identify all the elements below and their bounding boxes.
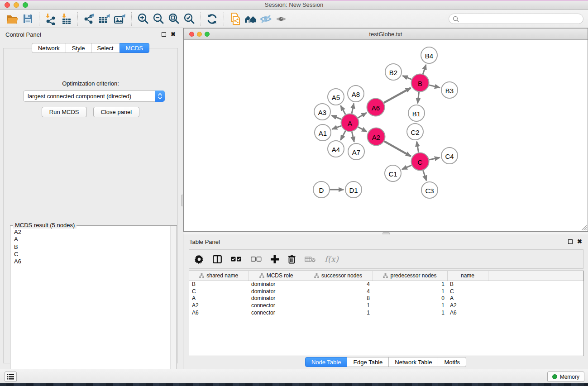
run-mcds-button[interactable]: Run MCDS xyxy=(42,107,87,117)
list-item[interactable]: A6 xyxy=(14,258,170,265)
session-titlebar: Session: New Session xyxy=(0,0,588,10)
graph-edge-B-B4[interactable] xyxy=(423,65,426,74)
graph-edge-A-A8[interactable] xyxy=(352,104,354,114)
table-row[interactable]: Adominator80A xyxy=(189,295,583,302)
zoom-selected-button[interactable] xyxy=(182,12,197,26)
control-panel: Control Panel ✖ Optimization criterion: … xyxy=(0,28,181,369)
select-all-button[interactable] xyxy=(231,253,242,265)
close-panel-icon[interactable]: ✖ xyxy=(171,32,176,37)
split-column-icon xyxy=(213,255,222,263)
show-all-button[interactable] xyxy=(274,12,289,26)
column-header-name[interactable]: name xyxy=(447,271,488,281)
table-row[interactable]: Cdominator41C xyxy=(189,288,583,295)
zoom-out-button[interactable] xyxy=(151,12,166,26)
duplicate-network-button[interactable] xyxy=(228,12,243,26)
export-image-button[interactable] xyxy=(112,12,128,26)
network-canvas[interactable]: AA1A2A3A4A5A6A7A8BB1B2B3B4CC1C2C3C4DD1 xyxy=(184,40,588,231)
split-column-button[interactable] xyxy=(213,253,222,265)
delete-column-button[interactable] xyxy=(288,253,296,265)
import-network-button[interactable] xyxy=(43,12,58,26)
result-scrollbar[interactable] xyxy=(170,226,176,382)
export-network-button[interactable] xyxy=(81,12,97,26)
table-cell: B xyxy=(189,281,249,288)
column-header-MCDS-role[interactable]: MCDS role xyxy=(249,271,304,281)
list-item[interactable]: C xyxy=(14,251,170,258)
graph-edge-B-B3[interactable] xyxy=(429,85,440,88)
graph-edge-A-A6[interactable] xyxy=(358,113,367,118)
table-cell: A6 xyxy=(447,309,488,316)
column-header-successor-nodes[interactable]: successor nodes xyxy=(304,271,373,281)
tab-mcds[interactable]: MCDS xyxy=(120,43,149,53)
tab-network-table[interactable]: Network Table xyxy=(388,357,438,367)
save-session-button[interactable] xyxy=(20,12,35,26)
task-history-button[interactable] xyxy=(5,372,17,382)
zoom-fit-button[interactable] xyxy=(166,12,182,26)
table-panel-tabs: Node TableEdge TableNetwork TableMotifs xyxy=(183,357,588,367)
graph-edge-A-A7[interactable] xyxy=(352,132,354,142)
float-panel-icon[interactable] xyxy=(568,239,573,244)
import-table-button[interactable] xyxy=(58,12,74,26)
export-image-icon xyxy=(114,13,126,25)
memory-button[interactable]: Memory xyxy=(547,372,584,382)
graph-edge-C-C2[interactable] xyxy=(417,142,419,152)
list-item[interactable]: B xyxy=(14,243,170,251)
delete-table-button[interactable] xyxy=(305,253,316,265)
toolbar-separator xyxy=(39,12,39,26)
gear-button[interactable] xyxy=(195,253,204,265)
table-cell: A2 xyxy=(189,302,249,309)
close-panel-button[interactable]: Close panel xyxy=(93,107,140,117)
graph-edge-A-A1[interactable] xyxy=(332,126,341,129)
graph-edge-A-A3[interactable] xyxy=(331,115,341,119)
table-row[interactable]: A2connector11A2 xyxy=(189,302,583,309)
function-builder-button[interactable]: f(x) xyxy=(325,253,339,265)
column-header-shared-name[interactable]: shared name xyxy=(189,271,249,281)
column-network-icon xyxy=(259,273,264,278)
tab-network[interactable]: Network xyxy=(32,43,66,53)
application-window: Session: New Session xyxy=(0,0,588,386)
desktop-wallpaper-sliver xyxy=(0,0,588,1)
table-row[interactable]: A6connector11A6 xyxy=(189,309,583,316)
zoom-in-button[interactable] xyxy=(135,12,151,26)
add-column-button[interactable] xyxy=(271,253,279,265)
graph-edge-A-A4[interactable] xyxy=(340,131,345,140)
deselect-all-button[interactable] xyxy=(251,253,262,265)
graph-edge-B-B2[interactable] xyxy=(402,76,411,79)
refresh-button[interactable] xyxy=(205,12,220,26)
graph-edge-C-C3[interactable] xyxy=(423,170,426,181)
gear-icon xyxy=(195,255,204,264)
toolbar-separator xyxy=(131,12,132,26)
graph-edge-A2-C[interactable] xyxy=(384,141,411,156)
list-item[interactable]: A xyxy=(14,236,170,243)
network-window-titlebar[interactable]: testGlobe.txt xyxy=(184,29,588,40)
search-input[interactable] xyxy=(461,16,579,22)
hide-selected-button[interactable] xyxy=(258,12,274,26)
window-resize-grip[interactable] xyxy=(580,224,587,230)
graph-edge-C-C1[interactable] xyxy=(402,165,411,169)
tab-edge-table[interactable]: Edge Table xyxy=(347,357,389,367)
graph-edge-B-B1[interactable] xyxy=(418,92,419,103)
graph-edge-C-C4[interactable] xyxy=(429,157,440,160)
float-panel-icon[interactable] xyxy=(162,32,166,37)
refresh-icon xyxy=(206,13,219,25)
tab-node-table[interactable]: Node Table xyxy=(305,357,348,367)
column-header-predecessor-nodes[interactable]: predecessor nodes xyxy=(373,271,447,281)
graph-edge-A-A5[interactable] xyxy=(341,105,346,114)
search-field[interactable] xyxy=(449,14,583,24)
close-panel-icon[interactable]: ✖ xyxy=(577,239,582,244)
graph-edge-A-A2[interactable] xyxy=(358,127,367,132)
mcds-result-fieldset: MCDS result (5 nodes) A2ABCA6 xyxy=(10,225,177,383)
table-row[interactable]: Bdominator41B xyxy=(189,281,583,288)
table-header-row: shared nameMCDS rolesuccessor nodesprede… xyxy=(189,271,583,281)
open-file-button[interactable] xyxy=(5,12,20,26)
list-item[interactable]: A2 xyxy=(14,229,170,236)
table-cell: B xyxy=(447,281,488,288)
graph-node-label: B4 xyxy=(425,52,433,60)
criterion-dropdown[interactable]: largest connected component (directed) xyxy=(23,91,165,102)
table-cell: 1 xyxy=(304,309,373,316)
tab-select[interactable]: Select xyxy=(91,43,120,53)
tab-motifs[interactable]: Motifs xyxy=(438,357,466,367)
tab-style[interactable]: Style xyxy=(66,43,91,53)
graph-edge-A6-B[interactable] xyxy=(384,88,411,103)
export-table-button[interactable] xyxy=(97,12,112,26)
home-button[interactable] xyxy=(243,12,258,26)
